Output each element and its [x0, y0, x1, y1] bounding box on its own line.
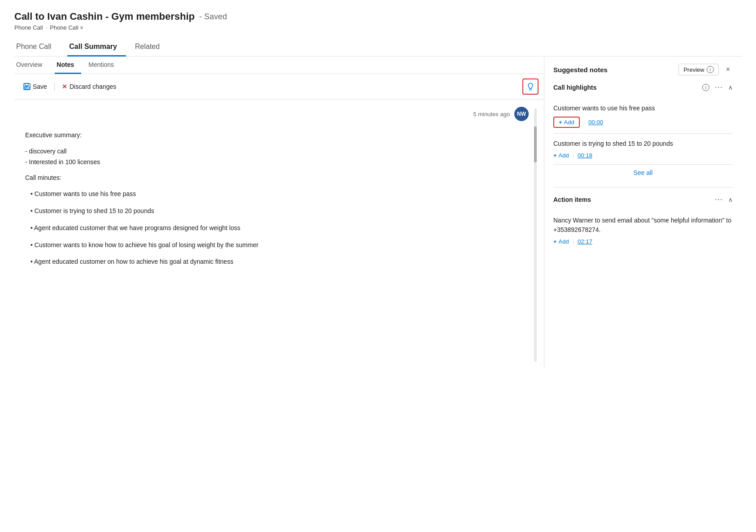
- page-title: Call to Ivan Cashin - Gym membership - S…: [14, 11, 742, 22]
- scroll-track[interactable]: [534, 109, 537, 362]
- call-highlights-info-icon[interactable]: i: [702, 84, 709, 91]
- section-divider: [553, 187, 733, 188]
- breadcrumb-chevron: ∨: [80, 25, 83, 31]
- lightbulb-button[interactable]: [522, 78, 539, 95]
- breadcrumb-item1: Phone Call: [14, 24, 43, 31]
- sub-tab-overview[interactable]: Overview: [14, 57, 49, 74]
- discard-label: Discard changes: [70, 83, 116, 90]
- see-all-row: See all: [553, 165, 733, 178]
- lightbulb-icon: [526, 82, 535, 91]
- action-add-button[interactable]: + Add: [553, 238, 569, 245]
- preview-info-icon[interactable]: i: [707, 66, 714, 73]
- breadcrumb-dropdown[interactable]: Phone Call ∨: [50, 24, 83, 31]
- page-header: Call to Ivan Cashin - Gym membership - S…: [14, 11, 742, 31]
- action-items-section: Action items ··· ∧ Nancy Warner to send …: [553, 195, 733, 250]
- action-add-row: + Add · 02:17: [553, 238, 733, 245]
- action-items-header: Action items ··· ∧: [553, 195, 733, 204]
- highlight-item-1: Customer wants to use his free pass + Ad…: [553, 98, 733, 134]
- notes-timestamp: 5 minutes ago: [473, 111, 510, 118]
- dot-separator-1: ·: [583, 119, 585, 126]
- svg-rect-3: [26, 87, 27, 89]
- suggested-notes-header: Suggested notes Preview i ×: [553, 64, 733, 75]
- notes-text-area: 5 minutes ago NW Executive summary: - di…: [25, 107, 529, 362]
- tab-call-summary[interactable]: Call Summary: [67, 38, 126, 57]
- see-all-link[interactable]: See all: [634, 169, 653, 176]
- preview-button[interactable]: Preview i: [678, 64, 718, 75]
- tab-related[interactable]: Related: [133, 38, 169, 57]
- top-tabs: Phone Call Call Summary Related: [14, 38, 742, 57]
- add-row-1: + Add · 00:00: [553, 117, 733, 128]
- notes-toolbar: Save ✕ Discard changes: [14, 74, 544, 100]
- saved-badge: - Saved: [199, 12, 227, 22]
- sub-tab-notes[interactable]: Notes: [55, 57, 81, 74]
- breadcrumb-item2: Phone Call: [50, 24, 78, 31]
- call-highlights-collapse-button[interactable]: ∧: [728, 84, 733, 91]
- suggested-notes-close-button[interactable]: ×: [723, 65, 733, 74]
- right-panel: Suggested notes Preview i × Call highlig…: [544, 57, 742, 369]
- timestamp-link-2[interactable]: 00:18: [578, 152, 592, 159]
- tab-phone-call[interactable]: Phone Call: [14, 38, 60, 57]
- highlight-item-2: Customer is trying to shed 15 to 20 poun…: [553, 134, 733, 165]
- list-item: • Customer wants to use his free pass: [25, 189, 529, 200]
- action-items-more-button[interactable]: ···: [713, 195, 725, 204]
- breadcrumb: Phone Call · Phone Call ∨: [14, 24, 742, 31]
- avatar: NW: [514, 107, 529, 121]
- call-highlights-title: Call highlights: [553, 84, 699, 91]
- list-item: • Agent educated customer on how to achi…: [25, 257, 529, 267]
- action-add-label: Add: [559, 238, 569, 245]
- sub-tab-mentions[interactable]: Mentions: [87, 57, 121, 74]
- action-item-text-1: Nancy Warner to send email about "some h…: [553, 216, 733, 235]
- call-highlights-more-button[interactable]: ···: [713, 83, 725, 92]
- plus-icon-2: +: [553, 152, 557, 159]
- action-timestamp-link[interactable]: 02:17: [578, 238, 592, 245]
- left-panel: Overview Notes Mentions Save ✕: [14, 57, 544, 369]
- highlight-text-1: Customer wants to use his free pass: [553, 104, 733, 113]
- scroll-thumb[interactable]: [534, 126, 537, 162]
- call-highlights-section: Call highlights i ··· ∧ Customer wants t…: [553, 83, 733, 178]
- call-minutes-list: • Customer wants to use his free pass • …: [25, 189, 529, 267]
- action-items-title: Action items: [553, 196, 709, 203]
- action-item-1: Nancy Warner to send email about "some h…: [553, 210, 733, 250]
- action-dot-separator: ·: [573, 238, 574, 245]
- timestamp-row: 5 minutes ago NW: [25, 107, 529, 121]
- discard-button[interactable]: ✕ Discard changes: [58, 81, 120, 92]
- add-label-1: Add: [564, 119, 574, 126]
- suggested-notes-title: Suggested notes: [553, 66, 674, 74]
- dot-separator-2: ·: [573, 152, 574, 159]
- action-items-collapse-button[interactable]: ∧: [728, 196, 733, 203]
- content-area: Overview Notes Mentions Save ✕: [14, 57, 742, 369]
- breadcrumb-dot: ·: [46, 24, 48, 31]
- toolbar-separator: [54, 83, 55, 91]
- call-highlights-header: Call highlights i ··· ∧: [553, 83, 733, 92]
- timestamp-link-1[interactable]: 00:00: [588, 119, 603, 126]
- action-plus-icon: +: [553, 238, 557, 245]
- highlight-text-2: Customer is trying to shed 15 to 20 poun…: [553, 139, 733, 148]
- sub-tabs: Overview Notes Mentions: [14, 57, 544, 74]
- add-label-2: Add: [559, 152, 569, 159]
- plus-icon-1: +: [559, 119, 562, 126]
- executive-summary-items: - discovery call - Interested in 100 lic…: [25, 146, 529, 168]
- add-row-2: + Add · 00:18: [553, 152, 733, 159]
- page-title-text: Call to Ivan Cashin - Gym membership: [14, 11, 195, 22]
- call-minutes-label: Call minutes:: [25, 173, 529, 183]
- add-button-1[interactable]: + Add: [553, 117, 580, 128]
- discard-x-icon: ✕: [62, 83, 67, 90]
- add-button-2[interactable]: + Add: [553, 152, 569, 159]
- notes-body: 5 minutes ago NW Executive summary: - di…: [14, 100, 544, 369]
- preview-label: Preview: [683, 66, 704, 73]
- save-label: Save: [33, 83, 47, 90]
- save-button[interactable]: Save: [20, 81, 51, 92]
- notes-content[interactable]: Executive summary: - discovery call - In…: [25, 130, 529, 267]
- list-item: • Agent educated customer that we have p…: [25, 223, 529, 234]
- save-icon: [23, 83, 30, 90]
- list-item: • Customer is trying to shed 15 to 20 po…: [25, 206, 529, 217]
- list-item: • Customer wants to know how to achieve …: [25, 240, 529, 251]
- executive-summary-label: Executive summary:: [25, 130, 529, 141]
